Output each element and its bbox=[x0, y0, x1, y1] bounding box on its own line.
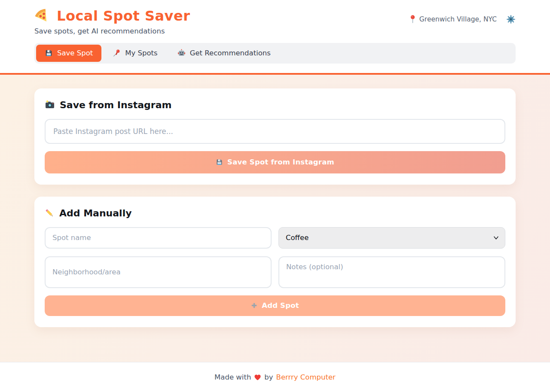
card-title-text: Add Manually bbox=[59, 208, 132, 219]
round-pushpin-icon bbox=[409, 15, 416, 24]
manual-card-title: Add Manually bbox=[45, 208, 505, 219]
tab-save-spot[interactable]: Save Spot bbox=[36, 45, 101, 62]
pushpin-icon bbox=[113, 49, 121, 57]
footer-text-after: by bbox=[264, 373, 273, 381]
robot-icon bbox=[177, 49, 186, 57]
button-label: Add Spot bbox=[262, 301, 299, 310]
header-top: Local Spot Saver Save spots, get AI reco… bbox=[34, 8, 516, 35]
page: Local Spot Saver Save spots, get AI reco… bbox=[0, 0, 550, 392]
camera-flash-icon bbox=[45, 100, 55, 110]
berrry-computer-link[interactable]: Berrry Computer bbox=[276, 373, 336, 381]
save-from-instagram-button[interactable]: Save Spot from Instagram bbox=[45, 151, 505, 173]
heart-icon bbox=[254, 374, 261, 381]
tab-label: My Spots bbox=[125, 49, 157, 58]
footer-text-before: Made with bbox=[214, 373, 251, 381]
manual-card: Add Manually Coffee bbox=[34, 197, 516, 327]
button-label: Save Spot from Instagram bbox=[227, 158, 334, 166]
main-content: Save from Instagram Save Spot from Ins bbox=[0, 75, 550, 362]
card-title-text: Save from Instagram bbox=[60, 100, 171, 110]
page-title: Local Spot Saver bbox=[57, 8, 190, 24]
location-display: Greenwich Village, NYC bbox=[409, 15, 497, 24]
gear-icon bbox=[506, 15, 516, 24]
manual-form-grid: Coffee bbox=[45, 227, 505, 288]
tab-get-recommendations[interactable]: Get Recommendations bbox=[169, 45, 279, 62]
tab-label: Save Spot bbox=[57, 49, 93, 58]
pencil-icon bbox=[45, 208, 55, 218]
plus-icon bbox=[251, 302, 257, 309]
instagram-card: Save from Instagram Save Spot from Ins bbox=[34, 88, 516, 185]
footer: Made with by Berrry Computer bbox=[0, 362, 550, 392]
subtitle: Save spots, get AI recommendations bbox=[34, 27, 190, 35]
location-label: Greenwich Village, NYC bbox=[419, 15, 497, 23]
category-select-wrap: Coffee bbox=[278, 227, 505, 249]
add-spot-button[interactable]: Add Spot bbox=[45, 295, 505, 316]
settings-button[interactable] bbox=[506, 15, 516, 24]
header: Local Spot Saver Save spots, get AI reco… bbox=[0, 0, 550, 75]
spot-name-input[interactable] bbox=[45, 227, 272, 249]
category-select[interactable]: Coffee bbox=[278, 227, 505, 249]
pizza-icon bbox=[34, 8, 51, 24]
header-right: Greenwich Village, NYC bbox=[409, 15, 516, 24]
neighborhood-input[interactable] bbox=[45, 256, 272, 288]
instagram-url-input[interactable] bbox=[45, 119, 505, 144]
floppy-disk-icon bbox=[216, 158, 223, 166]
nav-tabs: Save Spot My Spots bbox=[34, 43, 516, 64]
instagram-card-title: Save from Instagram bbox=[45, 100, 505, 110]
floppy-disk-icon bbox=[45, 49, 53, 57]
tab-label: Get Recommendations bbox=[190, 49, 271, 58]
brand-block: Local Spot Saver Save spots, get AI reco… bbox=[34, 8, 190, 35]
tab-my-spots[interactable]: My Spots bbox=[104, 45, 166, 62]
notes-textarea[interactable] bbox=[278, 256, 505, 288]
